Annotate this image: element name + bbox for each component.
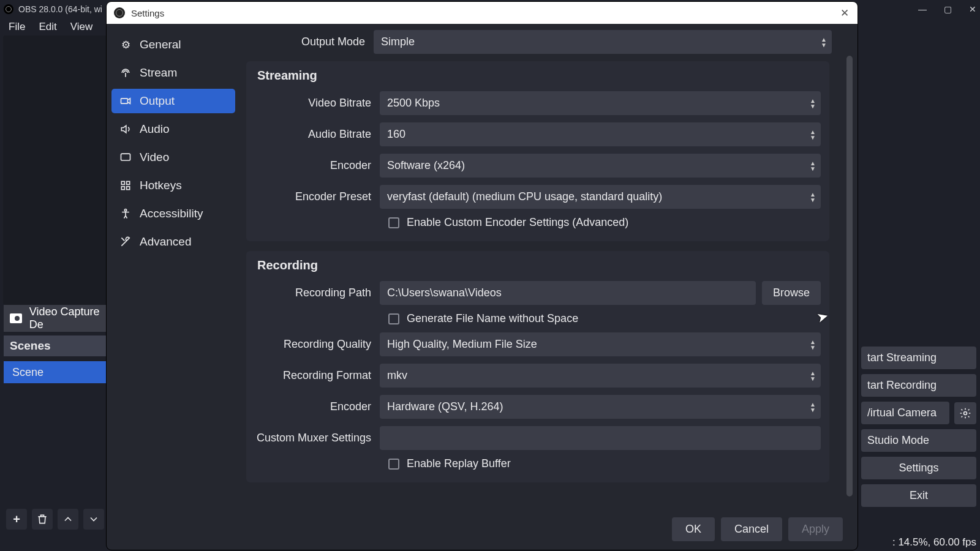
scrollbar-thumb[interactable]	[846, 56, 853, 497]
sidebar-item-advanced[interactable]: Advanced	[111, 230, 235, 254]
start-recording-button[interactable]: tart Recording	[861, 374, 976, 397]
recording-quality-select[interactable]: High Quality, Medium File Size ▲▼	[380, 332, 821, 356]
generate-filename-checkbox-row[interactable]: Generate File Name without Space	[388, 312, 821, 325]
virtual-camera-settings-button[interactable]	[954, 402, 976, 424]
recording-encoder-select[interactable]: Hardware (QSV, H.264) ▲▼	[380, 395, 821, 419]
input-value: 2500 Kbps	[387, 97, 440, 109]
sidebar-item-output[interactable]: Output	[111, 89, 235, 113]
menu-edit[interactable]: Edit	[39, 21, 56, 33]
custom-encoder-checkbox-row[interactable]: Enable Custom Encoder Settings (Advanced…	[388, 216, 821, 229]
minimize-icon[interactable]: —	[918, 4, 927, 14]
video-bitrate-label: Video Bitrate	[255, 97, 380, 110]
trash-icon	[36, 513, 48, 525]
monitor-icon	[119, 151, 132, 163]
move-down-button[interactable]	[83, 509, 104, 530]
output-mode-select[interactable]: Simple ▲▼	[374, 30, 832, 54]
cancel-button[interactable]: Cancel	[721, 517, 782, 541]
checkbox-icon[interactable]	[388, 313, 399, 324]
menu-view[interactable]: View	[70, 21, 93, 33]
grid-icon	[119, 179, 132, 192]
select-arrows-icon: ▲▼	[810, 402, 816, 413]
studio-mode-button[interactable]: Studio Mode	[861, 429, 976, 452]
sidebar-item-label: Hotkeys	[140, 179, 182, 192]
recording-group: Recording Recording Path Browse Generate…	[246, 251, 829, 482]
encoder-label: Encoder	[255, 159, 380, 172]
svg-rect-6	[127, 187, 130, 190]
dialog-buttons: OK Cancel Apply	[672, 517, 843, 541]
sidebar-item-hotkeys[interactable]: Hotkeys	[111, 173, 235, 198]
spinner-arrows-icon[interactable]: ▲▼	[810, 98, 816, 109]
ok-button[interactable]: OK	[672, 517, 715, 541]
antenna-icon	[119, 67, 132, 79]
settings-button[interactable]: Settings	[861, 457, 976, 479]
gear-icon: ⚙	[119, 39, 132, 51]
speaker-icon	[119, 123, 132, 135]
maximize-icon[interactable]: ▢	[944, 4, 952, 14]
add-scene-button[interactable]: +	[6, 509, 27, 530]
select-value: veryfast (default) (medium CPU usage, st…	[387, 190, 662, 203]
sidebar-item-label: Video	[140, 151, 169, 164]
audio-bitrate-select[interactable]: 160 ▲▼	[380, 122, 821, 146]
recording-path-label: Recording Path	[255, 287, 380, 299]
streaming-encoder-select[interactable]: Software (x264) ▲▼	[380, 154, 821, 178]
controls-panel: tart Streaming tart Recording /irtual Ca…	[858, 335, 980, 513]
svg-rect-3	[121, 181, 124, 184]
select-arrows-icon: ▲▼	[810, 192, 816, 203]
tools-icon	[119, 236, 132, 248]
sidebar-item-label: Stream	[140, 66, 177, 80]
checkbox-icon[interactable]	[388, 459, 399, 470]
sidebar-item-label: Accessibility	[140, 207, 203, 220]
sidebar-item-label: Output	[140, 94, 175, 108]
svg-point-7	[124, 209, 126, 211]
exit-button[interactable]: Exit	[861, 484, 976, 507]
source-label: Video Capture De	[29, 305, 108, 331]
chevron-down-icon	[88, 513, 100, 525]
main-title-text: OBS 28.0.0 (64-bit, wi	[18, 4, 102, 14]
move-up-button[interactable]	[58, 509, 78, 530]
remove-scene-button[interactable]	[32, 509, 53, 530]
video-bitrate-input[interactable]: 2500 Kbps ▲▼	[380, 91, 821, 115]
select-value: mkv	[387, 369, 407, 382]
scenes-header-label: Scenes	[10, 339, 51, 353]
start-streaming-button[interactable]: tart Streaming	[861, 347, 976, 369]
sidebar-item-audio[interactable]: Audio	[111, 117, 235, 141]
content-scrollbar[interactable]	[846, 56, 853, 497]
menu-file[interactable]: File	[9, 21, 25, 33]
svg-point-0	[964, 411, 967, 414]
recording-format-select[interactable]: mkv ▲▼	[380, 364, 821, 388]
close-icon[interactable]: ✕	[969, 4, 976, 14]
gear-icon	[959, 407, 971, 419]
sidebar-item-label: Advanced	[140, 235, 192, 249]
apply-button[interactable]: Apply	[788, 517, 843, 541]
sidebar-item-accessibility[interactable]: Accessibility	[111, 201, 235, 226]
window-controls: — ▢ ✕	[918, 0, 976, 18]
recording-path-input[interactable]	[380, 281, 756, 305]
virtual-camera-button[interactable]: /irtual Camera	[861, 402, 949, 424]
output-icon	[119, 95, 132, 107]
sidebar-item-general[interactable]: ⚙ General	[111, 32, 235, 57]
select-value: High Quality, Medium File Size	[387, 338, 537, 351]
checkbox-label: Enable Custom Encoder Settings (Advanced…	[407, 216, 628, 229]
svg-rect-4	[127, 181, 130, 184]
status-bar: : 14.5%, 60.00 fps	[892, 536, 976, 549]
sidebar-item-label: General	[140, 38, 181, 51]
checkbox-icon[interactable]	[388, 217, 399, 228]
obs-logo-icon	[114, 7, 125, 18]
source-item[interactable]: Video Capture De	[4, 305, 108, 332]
sidebar-item-stream[interactable]: Stream	[111, 61, 235, 85]
preview-area	[3, 36, 107, 305]
scenes-header: Scenes	[4, 335, 108, 356]
scene-item[interactable]: Scene	[4, 361, 108, 383]
settings-close-button[interactable]: ✕	[840, 7, 849, 20]
scene-item-label: Scene	[12, 366, 43, 379]
encoder-preset-label: Encoder Preset	[255, 190, 380, 203]
sidebar-item-video[interactable]: Video	[111, 145, 235, 170]
svg-rect-2	[121, 154, 130, 160]
select-arrows-icon: ▲▼	[821, 37, 827, 48]
custom-muxer-input[interactable]	[380, 426, 821, 450]
encoder-preset-select[interactable]: veryfast (default) (medium CPU usage, st…	[380, 185, 821, 209]
browse-button[interactable]: Browse	[762, 281, 821, 305]
settings-title: Settings	[131, 8, 164, 18]
replay-buffer-checkbox-row[interactable]: Enable Replay Buffer	[388, 457, 821, 470]
chevron-up-icon	[62, 513, 74, 525]
